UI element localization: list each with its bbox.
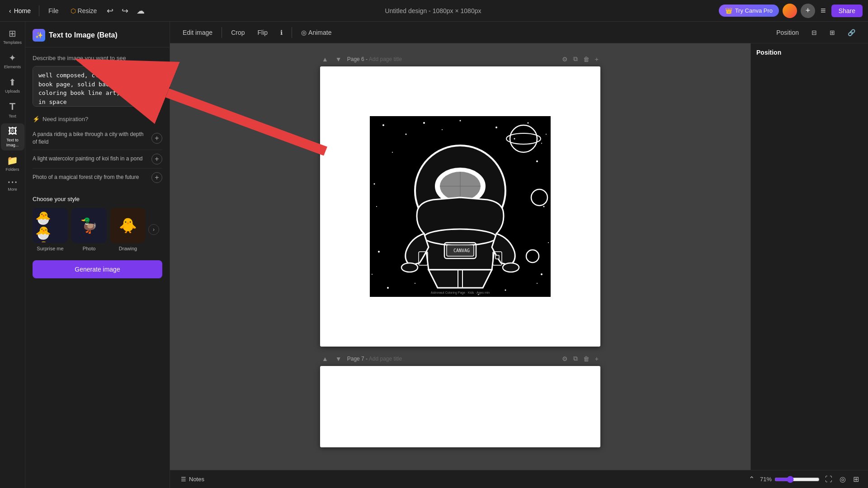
page-6-duplicate[interactable]: ⧉ [571,54,580,64]
svg-rect-43 [495,255,499,259]
prompt-textarea[interactable]: well composed, clean coloring book page,… [33,66,162,107]
page-7-label: Page 7 - Add page title [347,356,402,362]
page-6-delete[interactable]: 🗑 [581,54,591,64]
canvas-scroll: ▲ ▼ Page 6 - Add page title ⚙ ⧉ 🗑 [170,43,750,470]
home-button[interactable]: ‹ Home [5,5,34,16]
resize-button[interactable]: ⬡ Resize [66,5,102,16]
share-button[interactable]: Share [831,5,863,17]
page-6-title-input[interactable]: Add page title [369,56,402,62]
svg-point-10 [374,183,375,185]
edit-image-button[interactable]: Edit image [177,26,218,39]
toolbar-right: Position ⊟ ⊞ 🔗 [771,26,861,39]
inspiration-item-0[interactable]: A panda riding a bike through a city wit… [33,127,162,150]
page-6-canvas: CANVAG [320,66,600,347]
topbar-left: ‹ Home File ⬡ Resize ↩ ↪ ☁ [5,4,147,18]
page-7-collapse[interactable]: ▲ [320,354,330,363]
notes-button[interactable]: ☰ Notes [177,474,208,484]
page-7-add[interactable]: + [593,354,600,363]
svg-point-19 [415,283,415,284]
style-card-surprise[interactable]: 🐣🐣🐣🐣 Surprise me [33,208,68,251]
cloud-save-button[interactable]: ☁ [134,4,147,18]
toolbar: Edit image Crop Flip ℹ ◎ Animate Positio… [170,22,868,43]
svg-point-4 [460,120,461,122]
sidebar-item-templates[interactable]: ⊞ Templates [1,25,24,48]
templates-icon: ⊞ [9,28,16,39]
inspiration-add-1[interactable]: + [151,154,162,164]
page-7-actions: ⚙ ⧉ 🗑 + [560,354,600,363]
svg-text:CANVAG: CANVAG [453,248,470,253]
text-icon: T [9,101,15,113]
svg-point-3 [423,122,425,124]
info-button[interactable]: ℹ [275,26,288,39]
try-pro-button[interactable]: 👑 Try Canva Pro [719,5,779,17]
page-6-header: ▲ ▼ Page 6 - Add page title ⚙ ⧉ 🗑 [320,54,600,64]
page-6-collapse[interactable]: ▲ [320,55,330,64]
page-7-delete[interactable]: 🗑 [581,354,591,363]
style-image-drawing: 🐥 [110,208,146,243]
stats-button[interactable]: ≡ [819,4,828,18]
sidebar-item-text[interactable]: T Text [1,98,24,122]
crown-icon: 👑 [725,7,732,14]
fullscreen-button[interactable]: ⛶ [823,474,834,484]
bottom-right: ⌃ 71% ⛶ ◎ ⊞ [747,474,861,484]
generate-button[interactable]: Generate image [33,260,162,278]
animate-button[interactable]: ◎ Animate [296,26,337,39]
svg-point-9 [546,134,547,135]
page-6-settings[interactable]: ⚙ [560,54,570,64]
chevron-up-icon[interactable]: ⌃ [747,474,756,484]
grid-button[interactable]: ⊞ [851,474,861,484]
page-6-expand[interactable]: ▼ [334,55,344,64]
page-7-expand[interactable]: ▼ [334,354,344,363]
sidebar-item-more[interactable]: • • • More [1,177,24,195]
zoom-value: 71% [760,476,772,483]
distribute-button[interactable]: ⊞ [824,26,840,39]
inspiration-item-1[interactable]: A light watercolor painting of koi fish … [33,150,162,169]
inspiration-add-2[interactable]: + [151,172,162,183]
topbar-right: 👑 Try Canva Pro + ≡ Share [719,4,863,18]
more-icon: • • • [8,179,17,186]
svg-point-38 [503,263,519,272]
style-image-surprise: 🐣🐣🐣🐣 [33,208,68,243]
avatar[interactable] [783,4,797,18]
file-button[interactable]: File [44,5,63,16]
page-6-add[interactable]: + [593,54,600,64]
align-button[interactable]: ⊟ [806,26,822,39]
svg-point-11 [376,206,377,207]
position-button[interactable]: Position [771,26,804,39]
zoom-slider[interactable] [774,476,820,483]
undo-button[interactable]: ↩ [104,4,116,18]
sidebar-item-folders[interactable]: 📁 Folders [1,152,24,175]
page-7-label-left: ▲ ▼ Page 7 - Add page title [320,354,402,363]
link-button[interactable]: 🔗 [842,26,861,39]
sparkle-icon: ✨ [35,32,43,39]
elements-icon: ✦ [9,52,16,63]
panel-header: ✨ Text to Image (Beta) [25,22,170,47]
flip-button[interactable]: Flip [252,26,274,39]
page-6-label-left: ▲ ▼ Page 6 - Add page title [320,55,402,64]
sidebar-item-uploads[interactable]: ⬆ Uploads [1,74,24,97]
redo-button[interactable]: ↪ [119,4,131,18]
position-panel: Position [750,43,868,470]
crop-button[interactable]: Crop [226,26,250,39]
inspiration-add-0[interactable]: + [151,133,162,144]
style-card-drawing[interactable]: 🐥 Drawing [110,208,146,251]
bottom-bar: ☰ Notes ⌃ 71% ⛶ ◎ ⊞ [170,470,868,488]
page-7-settings[interactable]: ⚙ [560,354,570,363]
style-scroll-right[interactable]: › [148,224,159,235]
svg-text:Astronaut Coloring Page · Kids: Astronaut Coloring Page · Kids · Ages mi… [431,291,490,295]
sidebar-item-text-to-image[interactable]: 🖼 Text to Imag... [1,123,24,150]
svg-point-0 [382,124,384,126]
style-card-photo[interactable]: 🦆 Photo [71,208,107,251]
svg-point-20 [505,290,506,291]
svg-point-26 [531,189,547,206]
inspiration-item-2[interactable]: Photo of a magical forest city from the … [33,169,162,187]
add-button[interactable]: + [801,4,815,18]
svg-point-21 [537,283,538,284]
page-7-title-input[interactable]: Add page title [369,356,402,362]
sidebar-item-elements[interactable]: ✦ Elements [1,50,24,72]
panel-header-icon: ✨ [33,29,45,42]
link-icon: 🔗 [848,29,855,36]
fit-page-button[interactable]: ◎ [838,474,848,484]
style-grid: 🐣🐣🐣🐣 Surprise me 🦆 Photo [33,208,146,251]
page-7-duplicate[interactable]: ⧉ [571,354,580,363]
